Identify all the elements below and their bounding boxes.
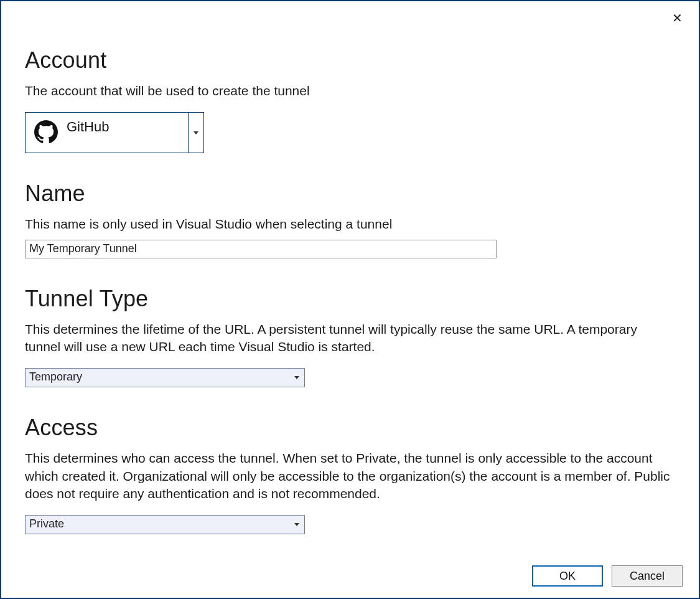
dialog-footer: OK Cancel — [532, 565, 683, 587]
heading-tunnel-type: Tunnel Type — [25, 286, 675, 312]
chevron-down-icon — [294, 376, 299, 379]
heading-name: Name — [25, 181, 675, 207]
desc-name: This name is only used in Visual Studio … — [25, 215, 672, 233]
cancel-button[interactable]: Cancel — [612, 565, 683, 587]
chevron-down-icon — [194, 131, 198, 134]
tunnel-type-value: Temporary — [26, 369, 289, 387]
heading-access: Access — [25, 415, 675, 441]
ok-button[interactable]: OK — [532, 565, 603, 587]
tunnel-name-input[interactable] — [25, 240, 497, 258]
section-access: Access This determines who can access th… — [25, 415, 675, 534]
github-icon — [34, 120, 58, 144]
desc-tunnel-type: This determines the lifetime of the URL.… — [25, 321, 672, 356]
section-account: Account The account that will be used to… — [25, 47, 675, 153]
heading-account: Account — [25, 47, 675, 73]
account-selector[interactable]: GitHub — [25, 112, 204, 153]
section-tunnel-type: Tunnel Type This determines the lifetime… — [25, 286, 675, 388]
tunnel-type-select[interactable]: Temporary — [25, 368, 305, 387]
account-selector-main[interactable]: GitHub — [26, 113, 188, 153]
close-icon: ✕ — [672, 12, 683, 24]
desc-account: The account that will be used to create … — [25, 82, 672, 100]
access-select[interactable]: Private — [25, 515, 305, 534]
dialog-create-tunnel: ✕ Account The account that will be used … — [0, 0, 700, 599]
access-value: Private — [26, 516, 289, 534]
account-selector-dropdown[interactable] — [188, 113, 203, 153]
chevron-down-icon — [294, 523, 299, 526]
account-selector-label: GitHub — [67, 119, 109, 135]
close-button[interactable]: ✕ — [669, 10, 685, 26]
tunnel-type-dropdown-button[interactable] — [289, 369, 304, 387]
access-dropdown-button[interactable] — [289, 516, 304, 534]
desc-access: This determines who can access the tunne… — [25, 450, 672, 502]
section-name: Name This name is only used in Visual St… — [25, 181, 675, 258]
